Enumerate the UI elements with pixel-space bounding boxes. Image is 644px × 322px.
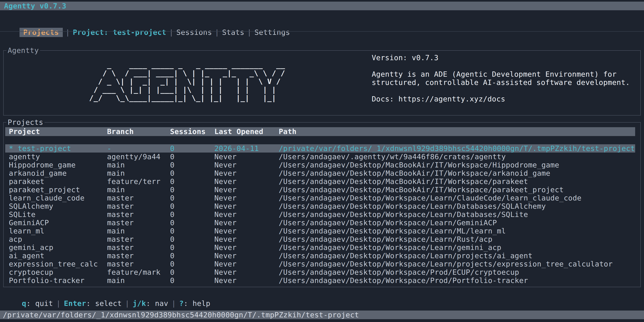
cell-last-opened: 2026-04-11 xyxy=(214,144,259,152)
cell-branch: main xyxy=(107,169,125,177)
cell-last-opened: Never xyxy=(214,202,237,210)
table-row[interactable]: cryptoecupfeature/mark0Never/Users/andag… xyxy=(5,268,635,276)
cell-project: parakeet_project xyxy=(9,186,80,194)
table-row[interactable]: SQLAlchemymaster0Never/Users/andagaev/De… xyxy=(5,202,635,210)
cell-branch: feature/terr xyxy=(107,177,160,186)
cell-project: SQLAlchemy xyxy=(9,202,53,210)
cell-branch: main xyxy=(107,161,125,169)
status-bar: /private/var/folders/_1/xdnwsnl929d389bh… xyxy=(0,310,644,319)
ascii-logo: _ ____ _____ _ _ _____ _______ __ / \ / … xyxy=(89,61,285,102)
column-header-sessions: Sessions xyxy=(170,127,206,136)
tab-sessions[interactable]: Sessions xyxy=(176,28,212,37)
table-row[interactable]: learn_claude_codemaster0Never/Users/anda… xyxy=(5,194,635,202)
description-line-2: structured, controllable AI-assisted sof… xyxy=(372,78,630,86)
cell-last-opened: Never xyxy=(214,152,237,161)
cell-project: learn_claude_code xyxy=(9,194,84,202)
table-row[interactable]: arkanoid_gamemain0Never/Users/andagaev/D… xyxy=(5,169,635,177)
cell-last-opened: Never xyxy=(214,218,237,227)
cell-branch: master xyxy=(107,210,134,218)
cell-branch: main xyxy=(107,276,125,284)
cell-last-opened: Never xyxy=(214,194,237,202)
about-panel-title: Agentty xyxy=(6,46,40,54)
cell-project: Hippodrome_game xyxy=(9,161,76,169)
help-key-help: ? xyxy=(179,299,184,308)
table-row[interactable]: GeminiACPmaster0Never/Users/andagaev/Des… xyxy=(5,218,635,227)
table-row[interactable]: SQLitemaster0Never/Users/andagaev/Deskto… xyxy=(5,210,635,218)
cell-project: cryptoecup xyxy=(9,268,53,276)
cell-branch: master xyxy=(107,235,134,243)
cell-sessions: 0 xyxy=(170,268,174,276)
table-row[interactable]: expression_tree_calcmaster0Never/Users/a… xyxy=(5,260,635,268)
table-row[interactable]: parakeet_projectmain0Never/Users/andagae… xyxy=(5,186,635,194)
cell-last-opened: Never xyxy=(214,210,237,218)
tab-stats[interactable]: Stats xyxy=(222,28,244,37)
help-separator: | xyxy=(168,299,179,308)
table-row[interactable]: gemini_acpmaster0Never/Users/andagaev/De… xyxy=(5,243,635,252)
table-row[interactable]: learn_mlmain0Never/Users/andagaev/Deskto… xyxy=(5,227,635,235)
cell-path: /Users/andagaev/Desktop/MacBookAir/IT/Wo… xyxy=(279,177,528,186)
cell-branch: master xyxy=(107,252,134,260)
cell-branch: master xyxy=(107,260,134,268)
cell-last-opened: Never xyxy=(214,252,237,260)
projects-panel-title: Projects xyxy=(6,118,44,126)
help-bar: q: quit|Enter: select|j/k: nav|?: help xyxy=(4,291,210,299)
table-row-selected[interactable]: * test-project-02026-04-11/private/var/f… xyxy=(5,144,635,152)
table-row[interactable]: agenttyagentty/9a440Never/Users/andagaev… xyxy=(5,152,635,161)
table-row[interactable]: ai_agentmaster0Never/Users/andagaev/Desk… xyxy=(5,252,635,260)
table-row[interactable]: acpmaster0Never/Users/andagaev/Desktop/W… xyxy=(5,235,635,243)
cell-branch: master xyxy=(107,218,134,227)
cell-branch: master xyxy=(107,202,134,210)
cell-sessions: 0 xyxy=(170,218,174,227)
tab-projects[interactable]: Projects xyxy=(20,28,63,37)
cell-project: arkanoid_game xyxy=(9,169,67,177)
tab-separator: | xyxy=(244,28,254,36)
column-header-project: Project xyxy=(9,127,40,136)
cell-sessions: 0 xyxy=(170,194,174,202)
cell-path: /Users/andagaev/Desktop/Workspace/Learn/… xyxy=(279,260,612,268)
tab-current-project[interactable]: Project: test-project xyxy=(73,28,166,37)
cell-project: agentty xyxy=(9,152,40,161)
cell-sessions: 0 xyxy=(170,210,174,218)
cell-sessions: 0 xyxy=(170,243,174,252)
cell-path: /Users/andagaev/Desktop/Workspace/Learn/… xyxy=(279,210,528,218)
cell-sessions: 0 xyxy=(170,186,174,194)
cell-sessions: 0 xyxy=(170,144,174,152)
cell-path: /Users/andagaev/Desktop/Workspace/Learn/… xyxy=(279,235,492,243)
cell-project: GeminiACP xyxy=(9,218,49,227)
help-separator: | xyxy=(122,299,132,308)
help-key-select: Enter xyxy=(64,299,86,308)
cell-sessions: 0 xyxy=(170,177,174,186)
cell-path: /Users/andagaev/Desktop/Workspace/Learn/… xyxy=(279,218,497,227)
cell-sessions: 0 xyxy=(170,260,174,268)
cell-path: /Users/andagaev/Desktop/Workspace/Learn/… xyxy=(279,252,532,260)
cell-last-opened: Never xyxy=(214,186,237,194)
cell-last-opened: Never xyxy=(214,235,237,243)
cell-path: /Users/andagaev/Desktop/Workspace/Prod/P… xyxy=(279,276,528,284)
cell-project: gemini_acp xyxy=(9,243,53,252)
terminal-screen: Agentty v0.7.3 Projects|Project: test-pr… xyxy=(0,0,644,322)
docs-link[interactable]: Docs: https://agentty.xyz/docs xyxy=(372,95,505,103)
tab-bar-divider xyxy=(0,31,644,32)
tab-separator: | xyxy=(63,28,73,36)
cell-path: /Users/andagaev/Desktop/MacBookAir/IT/Wo… xyxy=(279,169,550,177)
cell-branch: master xyxy=(107,243,134,252)
cell-branch: - xyxy=(107,144,112,152)
cell-branch: feature/mark xyxy=(107,268,160,276)
title-bar: Agentty v0.7.3 xyxy=(0,2,644,10)
cell-path: /Users/andagaev/.agentty/wt/9a446f86/cra… xyxy=(279,152,506,161)
cell-sessions: 0 xyxy=(170,152,174,161)
help-separator: | xyxy=(53,299,64,308)
cell-project: Portfolio-tracker xyxy=(9,276,84,284)
cell-path: /Users/andagaev/Desktop/Workspace/Learn/… xyxy=(279,227,506,235)
table-row[interactable]: Portfolio-trackermain0Never/Users/andaga… xyxy=(5,276,635,284)
cell-path: /Users/andagaev/Desktop/Workspace/Prod/E… xyxy=(279,268,519,276)
table-row[interactable]: Hippodrome_gamemain0Never/Users/andagaev… xyxy=(5,161,635,169)
table-row[interactable]: parakeetfeature/terr0Never/Users/andagae… xyxy=(5,177,635,186)
cell-sessions: 0 xyxy=(170,252,174,260)
tab-settings[interactable]: Settings xyxy=(254,28,290,37)
help-action-quit: quit xyxy=(35,299,53,308)
cell-branch: main xyxy=(107,227,125,235)
column-header-path: Path xyxy=(279,127,297,136)
cell-last-opened: Never xyxy=(214,177,237,186)
cell-branch: main xyxy=(107,186,125,194)
